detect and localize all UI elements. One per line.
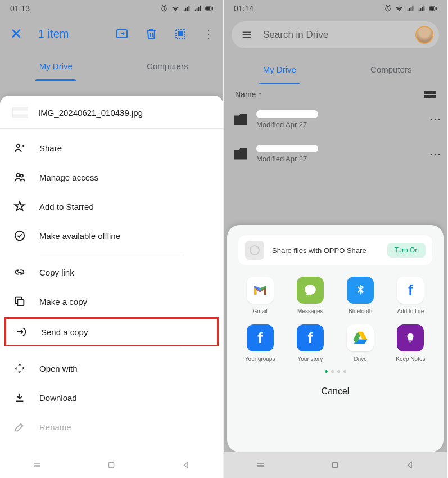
facebook-icon: f xyxy=(297,324,324,351)
facebook-icon: f xyxy=(247,324,274,351)
menu-icon[interactable] xyxy=(241,29,253,41)
app-label: Keep Notes xyxy=(396,356,425,362)
row-overflow-button[interactable]: ⋮ xyxy=(434,115,437,125)
send-icon xyxy=(15,326,28,338)
menu-label: Share xyxy=(39,143,62,153)
trash-button[interactable] xyxy=(144,27,158,40)
file-info: Modified Apr 27 xyxy=(256,110,425,129)
menu-label: Send a copy xyxy=(41,327,88,337)
selection-count: 1 item xyxy=(38,28,99,40)
file-subtitle: Modified Apr 27 xyxy=(256,155,425,163)
app-label: Your groups xyxy=(245,356,275,362)
svg-rect-3 xyxy=(206,7,210,10)
edit-icon xyxy=(13,421,26,433)
svg-rect-2 xyxy=(212,7,212,9)
list-item[interactable]: Modified Apr 27 ⋮ xyxy=(224,102,447,137)
alarm-icon xyxy=(384,4,392,12)
wifi-icon xyxy=(395,4,403,12)
svg-point-9 xyxy=(20,174,23,177)
file-info: Modified Apr 27 xyxy=(256,145,425,163)
svg-point-10 xyxy=(15,231,25,241)
folder-icon xyxy=(234,148,247,160)
nav-back-icon[interactable] xyxy=(181,460,191,470)
menu-open-with[interactable]: Open with xyxy=(0,354,223,383)
messages-icon xyxy=(297,277,324,304)
svg-rect-15 xyxy=(436,7,436,9)
facebook-icon: f xyxy=(397,277,424,304)
oppo-share-icon xyxy=(245,241,264,260)
divider xyxy=(40,254,183,254)
svg-rect-17 xyxy=(333,463,338,468)
share-target-messages[interactable]: Messages xyxy=(288,277,332,314)
status-bar: 01:14 xyxy=(224,0,447,17)
page-dots xyxy=(238,370,432,373)
system-nav xyxy=(224,452,447,478)
menu-make-copy[interactable]: Make a copy xyxy=(0,287,223,316)
share-target-gmail[interactable]: Gmail xyxy=(238,277,282,314)
cancel-button[interactable]: Cancel xyxy=(238,378,432,399)
tabs: My Drive Computers xyxy=(0,51,223,81)
list-item[interactable]: Modified Apr 27 ⋮ xyxy=(224,137,447,171)
redacted-title xyxy=(256,110,318,118)
status-bar: 01:13 xyxy=(0,0,223,17)
nav-recent-icon[interactable] xyxy=(256,460,266,470)
select-all-button[interactable] xyxy=(174,27,187,40)
menu-add-starred[interactable]: Add to Starred xyxy=(0,192,223,221)
phone-right: 01:14 Search in Drive My Drive Computers… xyxy=(224,0,447,478)
tabs: My Drive Computers xyxy=(224,54,447,84)
search-bar[interactable]: Search in Drive xyxy=(232,21,439,48)
menu-send-copy[interactable]: Send a copy xyxy=(4,317,219,346)
oppo-share-row: Share files with OPPO Share Turn On xyxy=(238,235,432,265)
status-time: 01:13 xyxy=(10,4,30,13)
share-target-add-lite[interactable]: f Add to Lite xyxy=(389,277,432,314)
menu-share[interactable]: Share xyxy=(0,133,223,163)
menu-label: Rename xyxy=(39,422,71,432)
share-target-bluetooth[interactable]: Bluetooth xyxy=(339,277,382,314)
tab-mydrive[interactable]: My Drive xyxy=(0,51,112,81)
drive-icon xyxy=(347,324,374,351)
sort-label[interactable]: Name ↑ xyxy=(235,90,262,99)
app-label: Drive xyxy=(354,356,366,362)
row-overflow-button[interactable]: ⋮ xyxy=(434,149,437,159)
share-target-drive[interactable]: Drive xyxy=(339,324,382,362)
share-target-keep[interactable]: Keep Notes xyxy=(389,324,432,362)
context-sheet: IMG_20240621_010439.jpg Share Manage acc… xyxy=(0,96,223,478)
svg-rect-11 xyxy=(17,299,24,305)
file-header: IMG_20240621_010439.jpg xyxy=(0,96,223,129)
menu-download[interactable]: Download xyxy=(0,383,223,412)
svg-rect-16 xyxy=(430,7,434,10)
app-grid: Gmail Messages Bluetooth f Add to Lite f xyxy=(238,277,432,362)
menu-label: Make available offline xyxy=(39,231,120,241)
system-nav xyxy=(0,452,223,478)
tab-computers[interactable]: Computers xyxy=(112,51,224,81)
person-add-icon xyxy=(13,142,26,154)
move-button[interactable] xyxy=(115,27,129,40)
app-label: Your story xyxy=(298,356,323,362)
menu-copy-link[interactable]: Copy link xyxy=(0,258,223,287)
app-label: Bluetooth xyxy=(349,308,372,314)
signal-icon-2 xyxy=(194,4,202,12)
status-time: 01:14 xyxy=(234,4,254,13)
signal-icon xyxy=(406,4,414,12)
menu-label: Open with xyxy=(39,364,78,373)
avatar[interactable] xyxy=(415,26,433,44)
tab-computers[interactable]: Computers xyxy=(336,54,447,84)
nav-home-icon[interactable] xyxy=(330,460,340,470)
file-name: IMG_20240621_010439.jpg xyxy=(38,108,143,118)
signal-icon xyxy=(183,4,191,12)
nav-home-icon[interactable] xyxy=(106,460,116,470)
share-target-story[interactable]: f Your story xyxy=(288,324,332,362)
menu-available-offline[interactable]: Make available offline xyxy=(0,221,223,250)
status-indicators xyxy=(160,4,213,12)
menu-manage-access[interactable]: Manage access xyxy=(0,163,223,192)
menu-rename[interactable]: Rename xyxy=(0,412,223,441)
overflow-button[interactable]: ⋮ xyxy=(203,27,213,40)
share-target-groups[interactable]: f Your groups xyxy=(238,324,282,362)
nav-back-icon[interactable] xyxy=(405,460,415,470)
svg-rect-6 xyxy=(178,31,183,36)
close-selection-button[interactable]: ✕ xyxy=(10,25,22,43)
tab-mydrive[interactable]: My Drive xyxy=(224,54,336,84)
grid-view-icon[interactable] xyxy=(424,91,436,98)
turn-on-button[interactable]: Turn On xyxy=(387,243,426,258)
nav-recent-icon[interactable] xyxy=(32,460,42,470)
